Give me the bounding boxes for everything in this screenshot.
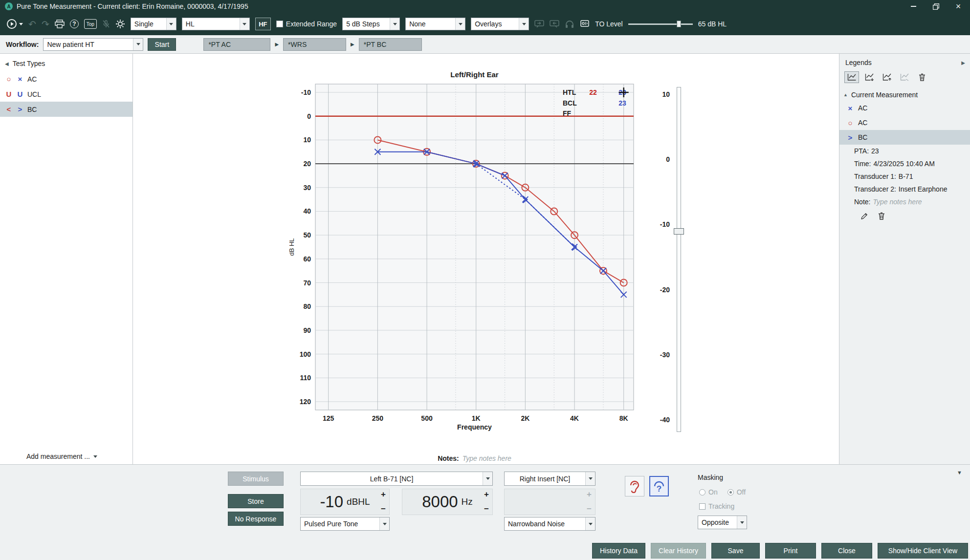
delete-measurement-button[interactable] [877, 211, 886, 221]
workflow-step-pt-ac[interactable]: *PT AC [203, 38, 270, 51]
workflow-step-pt-bc[interactable]: *PT BC [359, 38, 422, 51]
talk-back-button[interactable] [550, 20, 559, 28]
redo-button[interactable]: ↷ [42, 20, 49, 29]
extended-range-checkbox[interactable] [276, 21, 283, 27]
masking-scale-track[interactable] [677, 87, 681, 432]
masking-scale-handle[interactable] [674, 228, 684, 235]
chevron-down-icon [390, 18, 399, 30]
chart-arrow-down-icon [864, 73, 874, 82]
talk-forward-button[interactable] [102, 20, 110, 28]
undo-button[interactable]: ↶ [28, 20, 36, 29]
level-decrease-button[interactable]: − [381, 506, 386, 513]
presenter-menu-button[interactable] [6, 18, 23, 30]
masking-routing-select[interactable]: Opposite [698, 516, 747, 529]
restore-button[interactable] [932, 2, 940, 10]
monitor-button[interactable] [580, 20, 590, 28]
svg-text:Frequency: Frequency [457, 423, 492, 431]
close-module-button[interactable]: Close [821, 543, 872, 559]
svg-text:1K: 1K [472, 414, 481, 422]
settings-button[interactable] [115, 19, 125, 29]
masking-overlay-select[interactable]: None [405, 18, 465, 30]
legend-transfer-button-disabled[interactable] [897, 71, 912, 83]
test-types-list: ○ × AC U U UCL < > BC [0, 71, 132, 117]
frequency-unit: Hz [462, 496, 473, 507]
test-type-ac[interactable]: ○ × AC [0, 71, 132, 86]
right-ear-monitor-button[interactable] [625, 476, 644, 496]
collapse-legends-button[interactable]: ▶ [961, 60, 965, 65]
legend-delete-button[interactable] [915, 71, 929, 83]
add-measurement-button[interactable]: Add measurement ... [26, 452, 97, 460]
chart-arrow-gray-icon [900, 73, 909, 82]
note-input[interactable]: Type notes here [873, 198, 922, 206]
minimize-button[interactable] [909, 2, 917, 10]
store-button[interactable]: Store [228, 494, 284, 508]
legend-toolbar [839, 69, 970, 83]
history-data-button[interactable]: History Data [592, 543, 645, 559]
masking-level-decrease-button[interactable]: − [587, 506, 592, 513]
masking-type-select[interactable]: Narrowband Noise [504, 517, 595, 531]
legend-view-chart-button[interactable] [844, 71, 859, 83]
top-view-button[interactable]: Top [84, 19, 97, 29]
to-level-slider[interactable] [628, 19, 693, 29]
left-ear-monitor-button[interactable]: ? [649, 476, 669, 496]
legends-title: Legends [845, 59, 872, 66]
notes-input[interactable]: Type notes here [463, 454, 511, 462]
talk-to-client-button[interactable] [534, 20, 544, 28]
stimulus-type-select[interactable]: Pulsed Pure Tone [300, 517, 390, 531]
right-transducer-select[interactable]: Right Insert [NC] [504, 472, 595, 486]
right-ear-u-symbol: U [5, 90, 13, 98]
title-bar: A Pure Tone Measurement - Current client… [0, 0, 970, 13]
audiogram-chart[interactable]: Left/Right Ear-1001020304050607080901001… [286, 68, 677, 454]
print-button[interactable]: Print [765, 543, 816, 559]
collapse-test-types-button[interactable]: ◀ [5, 61, 9, 66]
workflow-arrow-icon: ▶ [351, 42, 354, 47]
chevron-down-icon [737, 516, 747, 529]
pta-row: PTA: 23 [839, 145, 970, 157]
frequency-decrease-button[interactable]: − [484, 506, 489, 513]
test-type-ucl[interactable]: U U UCL [0, 86, 132, 102]
legend-export-down-button[interactable] [862, 71, 877, 83]
overlays-select[interactable]: Overlays [471, 18, 529, 30]
no-response-button[interactable]: No Response [228, 512, 284, 526]
stimulus-button[interactable]: Stimulus [228, 472, 284, 486]
current-measurement-section[interactable]: ▲ Current Measurement [839, 83, 970, 101]
clear-history-button[interactable]: Clear History [651, 543, 706, 559]
masking-level-increase-button[interactable]: + [587, 491, 592, 498]
right-transducer-value: Right Insert [NC] [505, 475, 585, 483]
workflow-select[interactable]: New patient HT [43, 38, 143, 51]
level-increase-button[interactable]: + [381, 491, 386, 498]
tracking-checkbox[interactable] [699, 503, 705, 510]
transducer2-key: Transducer 2: [854, 185, 896, 193]
save-button[interactable]: Save [711, 543, 760, 559]
test-type-label: UCL [27, 90, 41, 98]
frequency-increase-button[interactable]: + [484, 491, 489, 498]
masking-off-radio[interactable] [728, 489, 734, 495]
print-toolbar-button[interactable] [55, 20, 65, 28]
svg-text:BCL: BCL [563, 99, 577, 107]
step-size-select[interactable]: 5 dB Steps [342, 18, 400, 30]
close-button[interactable]: × [954, 2, 962, 10]
to-level-slider-handle[interactable] [677, 21, 681, 27]
edit-note-button[interactable] [859, 211, 869, 221]
legend-import-button[interactable] [880, 71, 894, 83]
high-frequency-button[interactable]: HF [255, 18, 271, 30]
client-headphone-button[interactable] [565, 20, 574, 28]
left-transducer-select[interactable]: Left B-71 [NC] [300, 472, 493, 486]
frequency-value: 8000 [422, 493, 458, 511]
scale-select[interactable]: HL [182, 18, 250, 30]
stimulus-control-panel: Stimulus Store No Response Left B-71 [NC… [0, 464, 970, 560]
help-button[interactable]: ? [70, 20, 79, 28]
masking-scale-tick: -30 [641, 351, 670, 359]
start-workflow-button[interactable]: Start [148, 38, 176, 51]
legend-item-ac-right[interactable]: ○ AC [839, 115, 970, 130]
view-mode-select[interactable]: Single [131, 18, 176, 30]
legend-item-ac-left[interactable]: × AC [839, 101, 970, 115]
scale-value: HL [182, 20, 240, 28]
legend-item-bc[interactable]: > BC [839, 130, 970, 145]
workflow-step-wrs[interactable]: *WRS [283, 38, 346, 51]
collapse-controls-button[interactable]: ▼ [957, 470, 962, 475]
show-hide-client-view-button[interactable]: Show/Hide Client View [878, 543, 968, 559]
test-type-bc[interactable]: < > BC [0, 102, 132, 117]
masking-on-radio[interactable] [699, 489, 705, 495]
test-type-label: AC [27, 75, 37, 83]
